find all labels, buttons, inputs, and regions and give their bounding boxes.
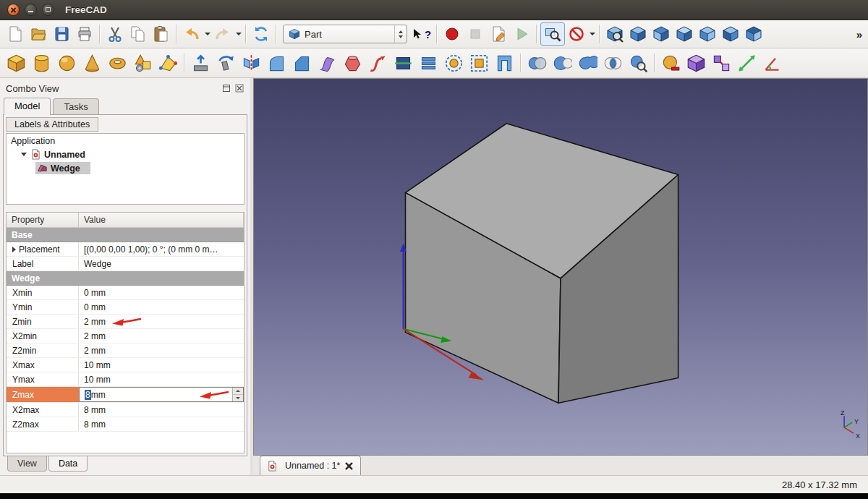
property-row-z2min[interactable]: Z2min 2 mm — [7, 344, 244, 358]
part-mirror-icon[interactable] — [239, 51, 264, 75]
part-chamfer-icon[interactable] — [289, 51, 315, 75]
column-header-value[interactable]: Value — [79, 213, 244, 228]
new-document-icon[interactable] — [4, 23, 27, 45]
part-cut-icon[interactable] — [550, 51, 575, 75]
property-row-zmin[interactable]: Zmin 2 mm — [7, 315, 244, 329]
expander-icon[interactable] — [21, 153, 27, 156]
property-row-z2max[interactable]: Z2max 8 mm — [7, 417, 244, 432]
zoom-box-icon[interactable] — [540, 22, 565, 46]
save-icon[interactable] — [50, 23, 73, 45]
view-rear-icon[interactable] — [719, 23, 742, 45]
property-row-ymin[interactable]: Ymin 0 mm — [7, 300, 244, 315]
part-shape-builder-icon[interactable] — [156, 51, 181, 75]
combo-arrows-icon[interactable] — [394, 25, 407, 43]
tab-data[interactable]: Data — [48, 456, 88, 472]
view-front-icon[interactable] — [650, 23, 673, 45]
part-sphere-icon[interactable] — [54, 51, 80, 75]
property-row-label[interactable]: Label Wedge — [7, 257, 244, 271]
toolbar-overflow-icon[interactable]: » — [856, 28, 862, 40]
part-box-icon[interactable] — [4, 51, 29, 75]
work-area: Combo View Model Tasks Labels & Attribut… — [0, 78, 868, 475]
part-boolean-icon[interactable] — [524, 51, 550, 75]
property-row-ymax[interactable]: Ymax 10 mm — [7, 372, 244, 387]
view-bottom-icon[interactable] — [742, 23, 765, 45]
close-window-button[interactable] — [7, 4, 20, 16]
tree-item-wedge[interactable]: Wedge — [7, 161, 244, 175]
part-explode-compound-icon[interactable] — [709, 51, 734, 75]
tree-root-application[interactable]: Application — [7, 134, 244, 148]
macro-stop-icon[interactable] — [464, 23, 487, 45]
part-measure-angular-icon[interactable] — [760, 51, 785, 75]
mdi-tab-document[interactable]: Unnamed : 1* — [260, 456, 361, 475]
part-thickness-icon[interactable] — [492, 51, 517, 75]
draw-style-icon[interactable] — [565, 23, 588, 45]
view-top-icon[interactable] — [673, 23, 696, 45]
part-compound-icon[interactable] — [684, 51, 709, 75]
workbench-selector[interactable]: Part — [283, 25, 407, 43]
tree-item-document[interactable]: Unnamed — [7, 148, 244, 161]
macro-play-icon[interactable] — [510, 23, 533, 45]
part-revolve-icon[interactable] — [213, 51, 239, 75]
refresh-icon[interactable] — [250, 23, 273, 45]
part-fillet-icon[interactable] — [264, 51, 289, 75]
part-loft-icon[interactable] — [340, 51, 365, 75]
copy-icon[interactable] — [127, 23, 150, 45]
float-panel-icon[interactable] — [221, 83, 231, 93]
part-union-icon[interactable] — [575, 51, 600, 75]
tab-tasks[interactable]: Tasks — [53, 98, 98, 114]
part-offset-3d-icon[interactable] — [441, 51, 467, 75]
macro-edit-icon[interactable] — [487, 23, 510, 45]
axis-label-y: Y — [854, 418, 859, 425]
3d-viewport[interactable]: Z Y X — [253, 78, 868, 456]
part-torus-icon[interactable] — [105, 51, 130, 75]
property-row-zmax[interactable]: Zmax 8 mm — [7, 387, 244, 403]
spinbox-arrows-icon[interactable] — [232, 388, 243, 401]
cut-icon[interactable] — [103, 23, 127, 45]
property-row-x2max[interactable]: X2max 8 mm — [7, 403, 244, 417]
macro-record-icon[interactable] — [441, 23, 464, 45]
redo-icon[interactable] — [211, 23, 234, 45]
value-editor[interactable]: 8 mm — [79, 387, 244, 402]
property-group-base[interactable]: Base — [7, 228, 244, 242]
property-row-placement[interactable]: Placement [(0,00 0,00 1,00); 0 °; (0 mm … — [7, 242, 244, 257]
part-offset-2d-icon[interactable] — [467, 51, 492, 75]
column-header-property[interactable]: Property — [7, 213, 79, 228]
view-fit-icon[interactable] — [603, 23, 626, 45]
draw-style-dropdown-icon[interactable] — [588, 23, 596, 45]
whats-this-icon[interactable]: ? — [410, 23, 433, 45]
property-row-xmin[interactable]: Xmin 0 mm — [7, 286, 244, 300]
minimize-window-button[interactable] — [25, 4, 37, 16]
part-section-icon[interactable] — [391, 51, 416, 75]
undo-icon[interactable] — [180, 23, 203, 45]
titlebar[interactable]: FreeCAD — [0, 0, 868, 20]
part-sweep-icon[interactable] — [365, 51, 391, 75]
expander-icon[interactable] — [12, 247, 16, 252]
part-cross-sections-icon[interactable] — [416, 51, 441, 75]
undo-dropdown-icon[interactable] — [203, 23, 211, 45]
part-ruled-surface-icon[interactable] — [315, 51, 340, 75]
tab-view[interactable]: View — [7, 456, 47, 472]
print-icon[interactable] — [73, 23, 96, 45]
close-tab-icon[interactable] — [344, 461, 354, 471]
open-document-icon[interactable] — [27, 23, 50, 45]
maximize-window-button[interactable] — [42, 4, 54, 16]
paste-icon[interactable] — [150, 23, 173, 45]
part-intersection-icon[interactable] — [600, 51, 626, 75]
part-measure-linear-icon[interactable] — [734, 51, 760, 75]
part-workbench-icon — [289, 28, 300, 40]
part-cone-icon[interactable] — [80, 51, 105, 75]
property-row-x2min[interactable]: X2min 2 mm — [7, 329, 244, 344]
part-primitives-icon[interactable] — [130, 51, 156, 75]
part-extrude-icon[interactable] — [188, 51, 213, 75]
property-group-wedge[interactable]: Wedge — [7, 271, 244, 286]
view-axonometric-icon[interactable] — [626, 23, 650, 45]
labels-attributes-header[interactable]: Labels & Attributes — [6, 117, 98, 132]
view-right-icon[interactable] — [696, 23, 719, 45]
property-row-xmax[interactable]: Xmax 10 mm — [7, 358, 244, 372]
close-panel-icon[interactable] — [234, 83, 244, 93]
redo-dropdown-icon[interactable] — [234, 23, 242, 45]
part-check-geometry-icon[interactable] — [626, 51, 651, 75]
tab-model[interactable]: Model — [4, 98, 51, 115]
part-defeaturing-icon[interactable] — [658, 51, 684, 75]
part-cylinder-icon[interactable] — [29, 51, 54, 75]
